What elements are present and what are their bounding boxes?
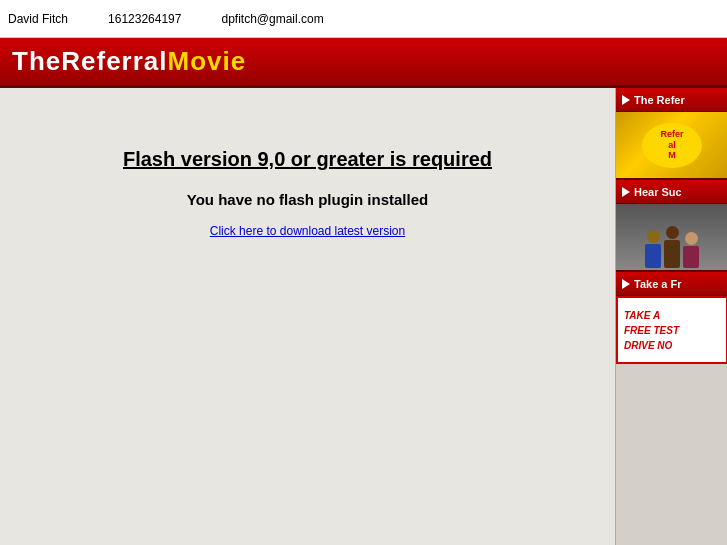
people-graphic — [645, 226, 699, 268]
main-layout: Flash version 9,0 or greater is required… — [0, 88, 727, 545]
play-icon-2 — [622, 187, 630, 197]
site-logo[interactable]: TheReferralMovie — [12, 46, 246, 77]
thumbnail-testdrive[interactable]: TAKE A FREE TEST DRIVE NO — [616, 296, 727, 364]
person-3 — [683, 232, 699, 268]
sidebar-section-3: Take a Fr TAKE A FREE TEST DRIVE NO — [616, 272, 727, 364]
testdrive-line-3: DRIVE NO — [624, 339, 672, 352]
flash-download-link[interactable]: Click here to download latest version — [210, 224, 405, 238]
sidebar-section-2: Hear Suc — [616, 180, 727, 272]
sidebar-btn-success[interactable]: Hear Suc — [616, 180, 727, 204]
play-icon — [622, 95, 630, 105]
logo-referral-text: Referral — [61, 46, 167, 76]
testdrive-line-2: FREE TEST — [624, 324, 679, 337]
flash-required-title: Flash version 9,0 or greater is required — [123, 148, 492, 171]
user-phone: 16123264197 — [108, 12, 181, 26]
testdrive-line-1: TAKE A — [624, 309, 660, 322]
play-icon-3 — [622, 279, 630, 289]
sidebar-btn-testdrive[interactable]: Take a Fr — [616, 272, 727, 296]
sidebar-btn-referral[interactable]: The Refer — [616, 88, 727, 112]
logo-movie-text: Movie — [168, 46, 247, 76]
sidebar-btn-referral-label: The Refer — [634, 94, 685, 106]
content-area: Flash version 9,0 or greater is required… — [0, 88, 615, 545]
referral-thumbnail-inner: ReferalM — [642, 123, 702, 168]
user-email: dpfitch@gmail.com — [221, 12, 323, 26]
flash-no-plugin-message: You have no flash plugin installed — [187, 191, 428, 208]
top-bar: David Fitch 16123264197 dpfitch@gmail.co… — [0, 0, 727, 38]
person-1 — [645, 230, 661, 268]
sidebar-section-1: The Refer ReferalM — [616, 88, 727, 180]
thumbnail-success[interactable] — [616, 204, 727, 272]
header-banner: TheReferralMovie — [0, 38, 727, 88]
sidebar: The Refer ReferalM Hear Suc — [615, 88, 727, 545]
person-2 — [664, 226, 680, 268]
sidebar-btn-testdrive-label: Take a Fr — [634, 278, 682, 290]
logo-the-text: The — [12, 46, 61, 76]
thumbnail-referral[interactable]: ReferalM — [616, 112, 727, 180]
sidebar-btn-success-label: Hear Suc — [634, 186, 682, 198]
user-name: David Fitch — [8, 12, 68, 26]
